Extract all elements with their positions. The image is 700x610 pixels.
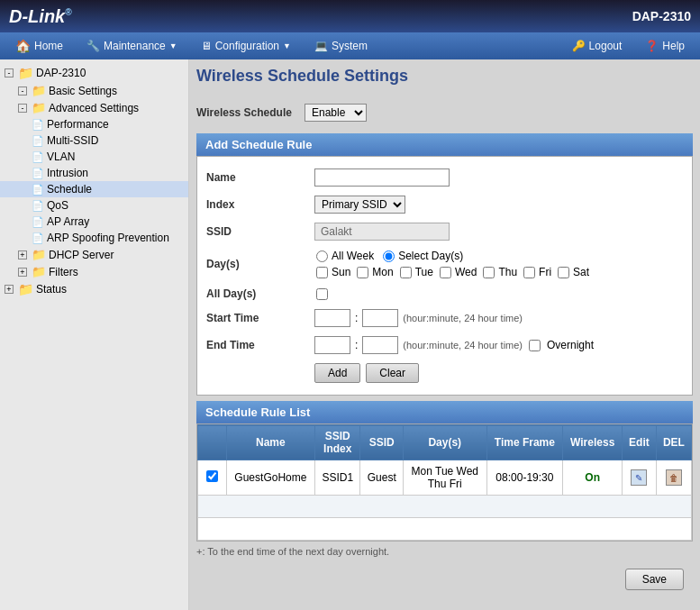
page-icon3: 📄: [32, 151, 44, 163]
nav-home[interactable]: 🏠 Home: [5, 35, 74, 57]
page-icon4: 📄: [32, 168, 44, 179]
row-time-frame: 08:00-19:30: [486, 460, 563, 496]
sidebar-item-filters[interactable]: + 📁 Filters: [0, 263, 188, 280]
add-schedule-form: Name Index Primary SSID SSID1 SSID2 SSID…: [196, 156, 693, 396]
start-time-label: Start Time: [206, 312, 314, 324]
select-day-radio[interactable]: [383, 250, 395, 262]
day-sat: Sat: [556, 266, 589, 278]
add-button[interactable]: Add: [314, 363, 360, 383]
nav-system[interactable]: 💻 System: [304, 36, 378, 56]
select-day-option[interactable]: Select Day(s): [381, 250, 463, 262]
day-mon: Mon: [355, 266, 393, 278]
overnight-checkbox[interactable]: [529, 340, 541, 351]
ssid-display: Galakt: [314, 223, 450, 241]
folder-icon2: 📁: [32, 84, 46, 97]
clear-button[interactable]: Clear: [366, 363, 419, 383]
sidebar-item-basic-settings[interactable]: - 📁 Basic Settings: [0, 82, 188, 99]
dropdown-arrow-icon2: ▼: [283, 41, 291, 50]
save-button[interactable]: Save: [625, 569, 684, 590]
sidebar-item-performance[interactable]: 📄 Performance: [0, 116, 188, 132]
expand-basic[interactable]: -: [18, 86, 27, 96]
row-days: Mon Tue WedThu Fri: [404, 460, 486, 496]
name-input[interactable]: [314, 168, 450, 187]
row-ssid-index: SSID1: [315, 460, 360, 496]
nav-configuration[interactable]: 🖥 Configuration ▼: [190, 36, 302, 56]
day-fri: Fri: [522, 266, 551, 278]
main-layout: - 📁 DAP-2310 - 📁 Basic Settings - 📁 Adva…: [0, 59, 700, 610]
row-checkbox[interactable]: [206, 470, 218, 482]
row-edit-cell: ✎: [623, 460, 657, 496]
sidebar-item-advanced-settings[interactable]: - 📁 Advanced Settings: [0, 99, 188, 116]
nav-logout[interactable]: 🔑 Logout: [561, 36, 633, 56]
schedule-list-container: Name SSIDIndex SSID Day(s) Time Frame Wi…: [196, 423, 693, 542]
checkbox-sun[interactable]: [316, 267, 328, 278]
all-week-option[interactable]: All Week: [314, 250, 374, 262]
expand-status[interactable]: +: [5, 285, 14, 294]
expand-dhcp[interactable]: +: [18, 250, 27, 259]
sidebar-item-qos[interactable]: 📄 QoS: [0, 197, 188, 214]
nav-help[interactable]: ❓ Help: [634, 36, 695, 56]
logout-icon: 🔑: [572, 40, 586, 52]
edit-button[interactable]: ✎: [631, 469, 647, 486]
sidebar-item-schedule[interactable]: 📄 Schedule: [0, 181, 188, 197]
col-checkbox: [198, 425, 227, 460]
days-options: All Week Select Day(s) Sun: [314, 250, 589, 278]
ssid-label: SSID: [206, 225, 314, 238]
checkbox-tue[interactable]: [400, 267, 412, 278]
sidebar-item-status[interactable]: + 📁 Status: [0, 280, 188, 298]
config-icon: 🖥: [201, 40, 212, 52]
folder-icon5: 📁: [32, 265, 46, 278]
sidebar-item-intrusion[interactable]: 📄 Intrusion: [0, 165, 188, 181]
col-edit: Edit: [623, 425, 657, 460]
start-minute-input[interactable]: [362, 309, 398, 327]
table-row: GuestGoHome SSID1 Guest Mon Tue WedThu F…: [198, 460, 692, 496]
checkbox-sat[interactable]: [558, 267, 569, 278]
add-schedule-section-header: Add Schedule Rule: [196, 133, 693, 156]
sidebar-item-dhcp-server[interactable]: + 📁 DHCP Server: [0, 246, 188, 263]
schedule-table: Name SSIDIndex SSID Day(s) Time Frame Wi…: [197, 424, 692, 541]
index-select[interactable]: Primary SSID SSID1 SSID2 SSID3: [314, 196, 405, 214]
wireless-schedule-select[interactable]: Enable Disable: [305, 104, 367, 122]
logo: D-Link®: [9, 6, 72, 27]
expand-advanced[interactable]: -: [18, 104, 27, 113]
all-day-checkbox[interactable]: [316, 288, 328, 300]
index-row: Index Primary SSID SSID1 SSID2 SSID3: [206, 191, 683, 218]
row-del-cell: 🗑: [656, 460, 691, 496]
table-header-row: Name SSIDIndex SSID Day(s) Time Frame Wi…: [198, 425, 692, 460]
schedule-list-section-header: Schedule Rule List: [196, 401, 693, 423]
sidebar-item-ap-array[interactable]: 📄 AP Array: [0, 214, 188, 230]
end-hour-input[interactable]: [314, 336, 350, 354]
sidebar-item-dap2310[interactable]: - 📁 DAP-2310: [0, 64, 188, 82]
action-buttons-row: Add Clear: [206, 359, 683, 387]
folder-icon4: 📁: [32, 248, 46, 261]
expand-filters[interactable]: +: [18, 268, 27, 277]
start-hour-input[interactable]: [314, 309, 350, 327]
table-empty-row2: [198, 518, 692, 541]
sidebar-item-arp-spoofing[interactable]: 📄 ARP Spoofing Prevention: [0, 230, 188, 246]
row-checkbox-cell: [198, 460, 227, 496]
col-ssid-index: SSIDIndex: [315, 425, 360, 460]
header: D-Link® DAP-2310: [0, 0, 700, 32]
dropdown-arrow-icon: ▼: [169, 41, 177, 50]
col-del: DEL: [656, 425, 691, 460]
end-minute-input[interactable]: [362, 336, 398, 354]
nav-maintenance[interactable]: 🔧 Maintenance ▼: [76, 36, 188, 56]
sidebar-item-multi-ssid[interactable]: 📄 Multi-SSID: [0, 132, 188, 149]
folder-icon3: 📁: [32, 101, 46, 114]
delete-button[interactable]: 🗑: [666, 469, 682, 486]
folder-icon: 📁: [18, 66, 33, 80]
save-area: Save: [196, 561, 693, 597]
checkbox-wed[interactable]: [440, 267, 451, 278]
expand-dap2310[interactable]: -: [5, 68, 14, 77]
all-day-label: All Day(s): [206, 287, 314, 300]
days-row: Day(s) All Week Select Day(s): [206, 245, 683, 283]
day-thu: Thu: [481, 266, 517, 278]
row-ssid: Guest: [360, 460, 404, 496]
all-week-radio[interactable]: [316, 250, 328, 262]
checkbox-fri[interactable]: [523, 267, 535, 278]
day-tue: Tue: [398, 266, 433, 278]
checkbox-thu[interactable]: [483, 267, 495, 278]
sidebar-item-vlan[interactable]: 📄 VLAN: [0, 149, 188, 165]
wrench-icon: 🔧: [86, 40, 100, 52]
checkbox-mon[interactable]: [357, 267, 368, 278]
